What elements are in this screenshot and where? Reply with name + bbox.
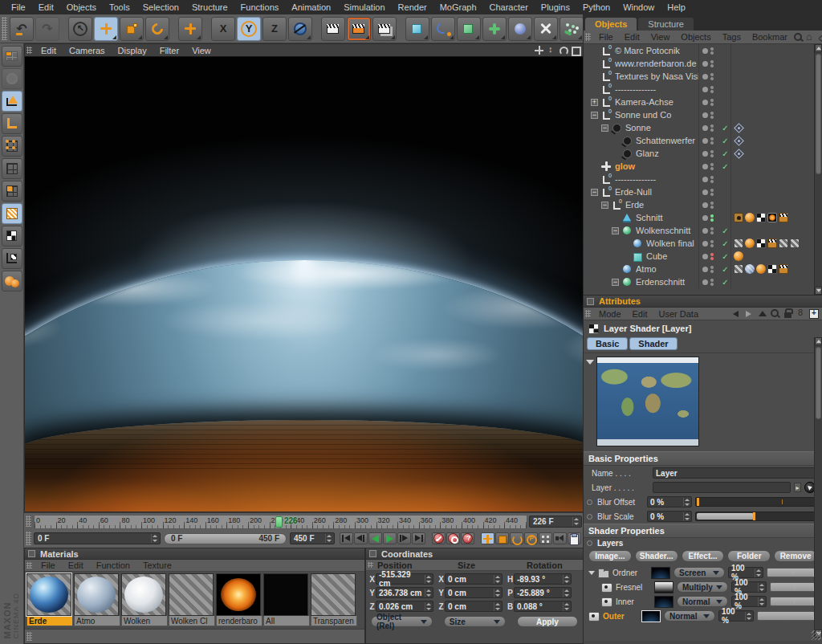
- object-row[interactable]: − Erde: [584, 198, 814, 211]
- visibility-dots-icon[interactable]: [710, 253, 714, 260]
- manager-tab[interactable]: Objects: [585, 18, 637, 31]
- blend-mode-dropdown[interactable]: Screen: [673, 567, 725, 578]
- object-row[interactable]: © Marc Potocnik: [584, 44, 814, 57]
- move-tool-icon[interactable]: [94, 17, 118, 41]
- object-manager-menu-item[interactable]: Bookmar: [747, 32, 793, 42]
- attributes-menu-item[interactable]: Edit: [627, 309, 653, 319]
- add-spline-icon[interactable]: [431, 17, 455, 41]
- material-item[interactable]: Erde: [26, 573, 73, 626]
- stripes-tag[interactable]: [779, 238, 788, 248]
- play-backwards-icon[interactable]: [368, 532, 382, 544]
- object-row[interactable]: www.renderbaron.de: [584, 57, 814, 70]
- stripes-tag[interactable]: [734, 264, 743, 274]
- blur-scale-field[interactable]: 0 %: [647, 511, 692, 522]
- add-modeling-icon[interactable]: [482, 17, 507, 41]
- layer-opacity-field[interactable]: 100 %: [718, 610, 754, 622]
- layer-type-icon[interactable]: [598, 569, 609, 577]
- expand-toggle[interactable]: −: [591, 112, 598, 119]
- materials-grip[interactable]: [26, 562, 32, 569]
- attribute-tab[interactable]: Shader: [629, 337, 677, 350]
- layer-dot-icon[interactable]: [702, 267, 708, 272]
- shader-properties-header[interactable]: Shader Properties: [584, 524, 822, 538]
- stripes-tag[interactable]: [734, 238, 743, 248]
- object-manager-grip[interactable]: [585, 33, 591, 41]
- target-tag[interactable]: [734, 149, 743, 158]
- layer-dot-icon[interactable]: [702, 112, 708, 118]
- blend-mode-dropdown[interactable]: Multiply: [677, 581, 728, 593]
- menubar-item[interactable]: Character: [483, 2, 535, 12]
- sound-icon[interactable]: [553, 532, 567, 544]
- material-item[interactable]: Transparen: [311, 573, 357, 626]
- material-item[interactable]: Wolken: [121, 573, 168, 626]
- layer-type-icon[interactable]: [601, 597, 612, 606]
- material-thumbnail[interactable]: [263, 573, 308, 616]
- menubar-item[interactable]: Render: [392, 2, 433, 12]
- layer-thumbnail[interactable]: [654, 596, 673, 608]
- object-row[interactable]: glow: [584, 160, 814, 173]
- lock-icon[interactable]: [783, 308, 793, 319]
- size-z-field[interactable]: 0 cm: [445, 601, 503, 612]
- viewport-maximize-icon[interactable]: [570, 45, 580, 55]
- visibility-dots-icon[interactable]: [710, 163, 714, 170]
- texture-mode-icon[interactable]: [2, 203, 22, 224]
- object-row[interactable]: Atmo: [584, 263, 814, 275]
- visibility-dots-icon[interactable]: [710, 227, 714, 234]
- animation-toggle-icon[interactable]: [587, 514, 592, 520]
- menubar-item[interactable]: Help: [661, 2, 692, 12]
- visibility-dots-icon[interactable]: [710, 137, 714, 145]
- material-thumbnail[interactable]: [26, 573, 71, 616]
- record-keyframe-icon[interactable]: [432, 532, 446, 544]
- object-manager-menu-item[interactable]: View: [645, 32, 676, 42]
- object-row[interactable]: Textures by Nasa Visible Eart: [584, 70, 814, 83]
- scroll-up-icon[interactable]: [815, 337, 822, 345]
- viewport-menu-item[interactable]: Edit: [35, 46, 63, 55]
- search-icon[interactable]: [793, 32, 804, 43]
- rotate-tool-icon[interactable]: [145, 17, 169, 41]
- visibility-dots-icon[interactable]: [710, 214, 714, 222]
- viewport-menu-item[interactable]: Cameras: [63, 46, 112, 55]
- coordinates-grip[interactable]: [368, 562, 373, 568]
- apply-button[interactable]: Apply: [517, 616, 578, 627]
- layer-dot-icon[interactable]: [702, 202, 708, 208]
- enabled-check-icon[interactable]: [722, 226, 728, 235]
- layer-dot-icon[interactable]: [702, 164, 708, 169]
- checker-tag[interactable]: [756, 238, 766, 248]
- layer-dot-icon[interactable]: [702, 74, 708, 79]
- position-x-field[interactable]: -515.329 cm: [376, 573, 433, 585]
- panel-window-icon[interactable]: [28, 550, 35, 557]
- layer-dot-icon[interactable]: [702, 125, 708, 131]
- menubar-item[interactable]: File: [5, 2, 32, 12]
- viewport-menu-item[interactable]: View: [185, 46, 218, 55]
- object-row[interactable]: Schattenwerfer: [584, 134, 814, 147]
- edges-mode-icon[interactable]: [2, 158, 22, 179]
- menubar-item[interactable]: Animation: [285, 2, 337, 12]
- viewport-canvas[interactable]: [25, 56, 583, 512]
- target-tag[interactable]: [734, 123, 743, 132]
- layer-link-field[interactable]: [653, 482, 791, 493]
- object-row[interactable]: − Erde-Null: [584, 185, 814, 198]
- layer-thumbnail[interactable]: [654, 581, 673, 593]
- menubar-item[interactable]: Edit: [32, 2, 60, 12]
- add-deformer-icon[interactable]: [508, 17, 532, 41]
- up-icon[interactable]: [757, 308, 767, 319]
- layer-popup-button[interactable]: ▸: [794, 483, 801, 492]
- key-rotation-icon[interactable]: [510, 532, 523, 544]
- attributes-scrollbar[interactable]: [814, 337, 822, 638]
- menubar-item[interactable]: Tools: [103, 2, 136, 12]
- clap-tag[interactable]: [779, 213, 788, 222]
- layer-dot-icon[interactable]: [702, 177, 708, 182]
- rotation-h-field[interactable]: -89.93 °: [514, 573, 572, 585]
- stepper-icon[interactable]: [151, 534, 157, 543]
- materials-menu-item[interactable]: File: [35, 560, 62, 570]
- menubar-item[interactable]: Functions: [234, 2, 286, 12]
- object-row[interactable]: Cube: [584, 250, 814, 263]
- goto-start-icon[interactable]: [340, 532, 353, 544]
- visibility-dots-icon[interactable]: [710, 47, 714, 55]
- viewport-pan-icon[interactable]: [534, 45, 544, 55]
- object-row[interactable]: --------------: [584, 173, 814, 185]
- playhead[interactable]: [275, 516, 283, 528]
- layer-dot-icon[interactable]: [702, 190, 708, 195]
- material-item[interactable]: Wolken Cl: [169, 573, 215, 626]
- keyframe-dots-icon[interactable]: [796, 308, 806, 319]
- visibility-dots-icon[interactable]: [710, 60, 714, 67]
